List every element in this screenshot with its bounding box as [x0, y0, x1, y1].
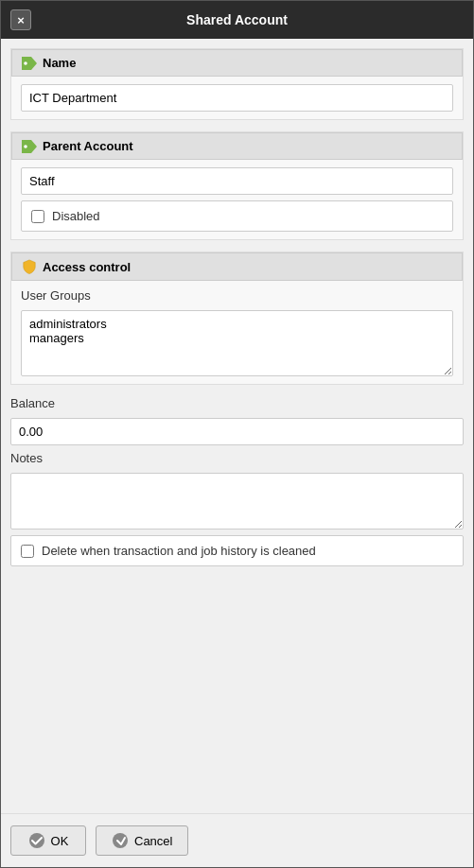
access-control-content: User Groups administrators managers [11, 281, 463, 384]
tag-icon-parent [22, 140, 37, 153]
dialog-title: Shared Account [186, 12, 288, 27]
parent-account-section: Parent Account Disabled [10, 131, 464, 240]
access-control-section-header: Access control [11, 252, 463, 281]
name-label: Name [43, 56, 76, 70]
close-button[interactable]: × [10, 9, 31, 30]
balance-input[interactable] [10, 418, 464, 445]
delete-checkbox[interactable] [21, 545, 34, 558]
notes-textarea[interactable] [10, 473, 464, 529]
parent-account-section-header: Parent Account [11, 132, 463, 160]
user-groups-textarea[interactable]: administrators managers [21, 310, 453, 376]
name-input[interactable] [21, 84, 453, 112]
cancel-button[interactable]: Cancel [96, 825, 188, 856]
name-section-header: Name [11, 49, 463, 77]
name-section-content [11, 77, 463, 119]
name-section: Name [10, 48, 464, 120]
disabled-label: Disabled [52, 209, 100, 223]
dialog: × Shared Account Name [0, 0, 474, 868]
cancel-icon [112, 832, 129, 849]
delete-row: Delete when transaction and job history … [10, 535, 464, 566]
balance-label: Balance [10, 396, 464, 410]
access-control-label: Access control [43, 260, 131, 274]
titlebar: × Shared Account [1, 1, 473, 39]
notes-label: Notes [10, 451, 464, 465]
parent-account-label: Parent Account [43, 139, 133, 153]
shield-icon [22, 259, 37, 274]
svg-point-1 [24, 61, 27, 65]
cancel-label: Cancel [134, 834, 172, 848]
parent-account-input[interactable] [21, 167, 453, 195]
access-control-section: Access control User Groups administrator… [10, 252, 464, 385]
disabled-row: Disabled [21, 200, 453, 232]
svg-point-5 [113, 833, 128, 848]
user-groups-label: User Groups [21, 288, 453, 303]
balance-notes-section: Balance Notes Delete when transaction an… [10, 396, 464, 566]
parent-account-section-content: Disabled [11, 160, 463, 239]
svg-point-3 [24, 145, 27, 148]
tag-icon [22, 57, 37, 70]
ok-button[interactable]: OK [10, 825, 86, 856]
button-bar: OK Cancel [1, 813, 473, 867]
ok-label: OK [51, 834, 69, 848]
dialog-body: Name Parent Account [1, 39, 473, 813]
delete-label: Delete when transaction and job history … [42, 544, 316, 558]
ok-icon [28, 832, 45, 849]
disabled-checkbox[interactable] [31, 210, 44, 223]
